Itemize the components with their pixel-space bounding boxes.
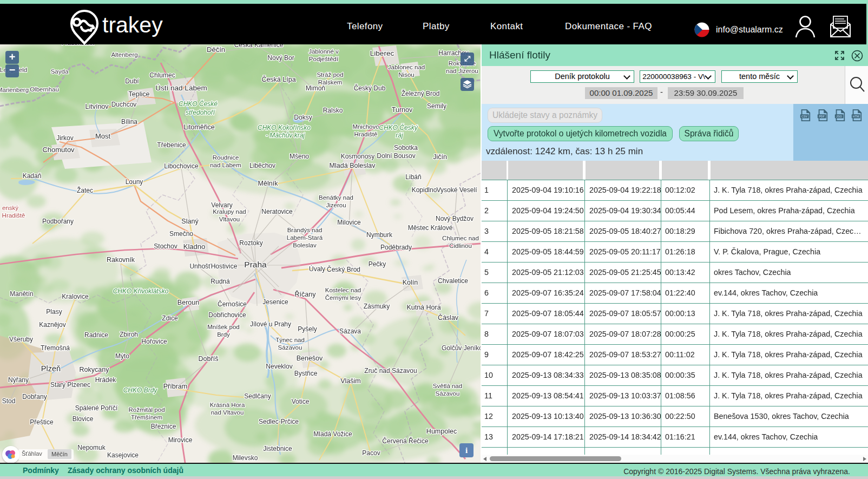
svg-text:Říčany: Říčany <box>295 290 317 298</box>
svg-text:Krásná Hora: Krásná Hora <box>210 402 245 408</box>
svg-text:Marienberg: Marienberg <box>0 87 29 93</box>
svg-text:Radnice: Radnice <box>84 331 108 339</box>
svg-text:nad Labem: nad Labem <box>210 162 241 168</box>
svg-text:Vlašim: Vlašim <box>340 377 361 385</box>
svg-text:Chomutov: Chomutov <box>42 146 75 154</box>
svg-text:Litvínov: Litvínov <box>85 103 109 110</box>
svg-text:Milevsko: Milevsko <box>233 454 258 462</box>
svg-text:Jizerou: Jizerou <box>326 202 346 208</box>
svg-text:Chlumec: Chlumec <box>149 71 175 79</box>
svg-text:Brandýs nad: Brandýs nad <box>287 227 323 233</box>
svg-text:CHKO Kokořínsko: CHKO Kokořínsko <box>258 124 311 132</box>
svg-text:Semily: Semily <box>427 102 446 110</box>
svg-text:PDF: PDF <box>819 115 825 118</box>
svg-text:Sedlčany: Sedlčany <box>244 392 271 400</box>
svg-text:Velvary: Velvary <box>211 201 232 209</box>
svg-text:Votice: Votice <box>292 398 310 405</box>
svg-text:Milovice: Milovice <box>337 219 361 226</box>
svg-text:Stochov: Stochov <box>154 242 177 250</box>
svg-text:Kadaň: Kadaň <box>23 172 42 180</box>
svg-text:Jablonné v: Jablonné v <box>308 48 339 55</box>
svg-text:Roudnice: Roudnice <box>213 154 239 161</box>
svg-text:Jičín: Jičín <box>433 153 447 161</box>
svg-text:Boleslav: Boleslav <box>293 242 317 248</box>
svg-text:Kostelec nad: Kostelec nad <box>325 287 361 293</box>
svg-text:Žatec: Žatec <box>77 186 93 194</box>
svg-text:Rožmitál pod: Rožmitál pod <box>128 406 165 413</box>
svg-text:Dobříš: Dobříš <box>199 355 219 363</box>
svg-text:CHKO Český: CHKO Český <box>379 123 418 132</box>
svg-text:Altenberg: Altenberg <box>111 51 137 58</box>
svg-text:Stod: Stod <box>2 397 16 405</box>
svg-text:Mýto: Mýto <box>115 352 129 360</box>
svg-text:Kaznějov: Kaznějov <box>39 321 65 329</box>
svg-text:Benešov: Benešov <box>297 355 323 362</box>
svg-text:Chvaletice: Chvaletice <box>438 277 468 285</box>
svg-text:Plzeň: Plzeň <box>41 364 61 373</box>
svg-text:Spálené Poříčí: Spálené Poříčí <box>75 404 118 412</box>
svg-text:Nýřany: Nýřany <box>8 376 29 384</box>
svg-text:Nepomuk: Nepomuk <box>77 444 106 451</box>
svg-text:Jesenice: Jesenice <box>262 298 288 306</box>
svg-text:Manětín: Manětín <box>10 290 33 298</box>
svg-text:Litoměřice: Litoměřice <box>183 123 215 131</box>
svg-text:Sayda: Sayda <box>51 68 69 75</box>
svg-text:Pyšely: Pyšely <box>298 325 317 333</box>
svg-text:Plasy: Plasy <box>46 308 62 316</box>
svg-text:enský: enský <box>2 205 18 211</box>
svg-text:Libáň: Libáň <box>405 173 421 181</box>
svg-text:CHKO České: CHKO České <box>179 100 218 108</box>
svg-text:Golčův Jeníkov: Golčův Jeníkov <box>442 344 481 352</box>
svg-text:Louny: Louny <box>126 178 143 186</box>
svg-text:Mladá Boleslav: Mladá Boleslav <box>330 162 376 169</box>
svg-text:Unhošť: Unhošť <box>189 263 211 270</box>
svg-text:Mníšek pod: Mníšek pod <box>207 324 239 330</box>
svg-text:Děčín: Děčín <box>207 45 225 54</box>
svg-text:Neratovice: Neratovice <box>261 208 293 215</box>
svg-text:Mladá Vožice: Mladá Vožice <box>313 430 352 438</box>
svg-text:Mělník: Mělník <box>258 180 279 187</box>
svg-text:Kladno: Kladno <box>183 242 205 251</box>
svg-text:Frauenstein: Frauenstein <box>62 44 95 46</box>
svg-text:Třemošná: Třemošná <box>41 344 70 352</box>
svg-text:Brdy: Brdy <box>217 331 230 338</box>
svg-text:Smečno: Smečno <box>169 230 193 238</box>
svg-text:Nisou: Nisou <box>398 71 414 78</box>
svg-text:Rokycany: Rokycany <box>80 366 110 373</box>
svg-text:Kopidlno: Kopidlno <box>412 186 437 194</box>
svg-text:Týnec nad: Týnec nad <box>275 337 305 343</box>
svg-text:Roztoky: Roztoky <box>239 239 262 247</box>
svg-text:Ústí nad Labem: Ústí nad Labem <box>155 84 207 92</box>
svg-text:Ralsko: Ralsko <box>323 107 343 114</box>
svg-text:Pacov: Pacov <box>362 449 380 457</box>
svg-text:Přeštice: Přeštice <box>30 418 54 426</box>
svg-text:Liběchov: Liběchov <box>249 162 275 169</box>
svg-text:středohoří: středohoří <box>186 109 216 116</box>
svg-text:Nový Bydžov: Nový Bydžov <box>436 215 474 222</box>
svg-text:Blovice: Blovice <box>73 415 94 423</box>
svg-text:nad Jizerou: nad Jizerou <box>446 68 478 74</box>
svg-text:Labem-Stará: Labem-Stará <box>287 234 323 241</box>
svg-text:Dobřany: Dobřany <box>22 393 47 401</box>
svg-text:Mimoň: Mimoň <box>306 84 325 92</box>
svg-text:Zbiroh: Zbiroh <box>120 331 138 338</box>
svg-text:Železný Brod: Železný Brod <box>402 89 440 97</box>
svg-text:Humpolec: Humpolec <box>426 428 457 435</box>
svg-text:Dobřichovice: Dobřichovice <box>208 311 246 319</box>
svg-text:Jílové u Prahy: Jílové u Prahy <box>250 320 291 328</box>
svg-text:Teplice: Teplice <box>129 90 150 98</box>
svg-text:Hradiště: Hradiště <box>354 131 378 137</box>
svg-text:Černošice: Černošice <box>218 300 247 308</box>
svg-text:Libochovice: Libochovice <box>164 162 199 170</box>
svg-text:Kutná Hora: Kutná Hora <box>406 304 440 311</box>
svg-text:Turnov: Turnov <box>392 106 413 114</box>
svg-text:JSO: JSO <box>836 115 843 118</box>
svg-text:Kasejovice: Kasejovice <box>107 451 139 459</box>
svg-text:Zdice: Zdice <box>162 314 178 322</box>
svg-text:Most: Most <box>95 132 111 140</box>
svg-text:Podbořany: Podbořany <box>42 218 74 225</box>
svg-text:CHKO Brdy: CHKO Brdy <box>123 386 158 394</box>
svg-text:Beroun: Beroun <box>177 299 199 306</box>
svg-text:Jirkov: Jirkov <box>56 134 73 142</box>
svg-text:CHKO Křivoklátsko: CHKO Křivoklátsko <box>113 287 169 295</box>
